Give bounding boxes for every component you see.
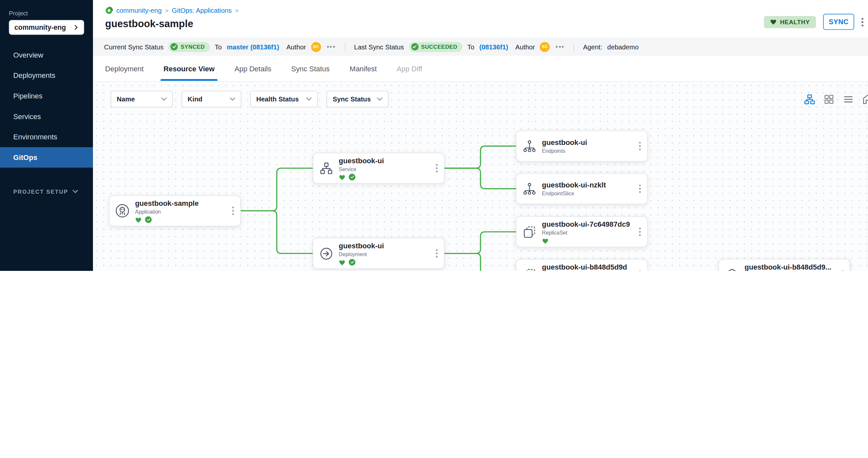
agent-label: Agent: bbox=[583, 43, 602, 51]
sidebar-item-deployments[interactable]: Deployments bbox=[0, 65, 93, 86]
chevron-right-icon bbox=[74, 25, 79, 30]
resource-node-pod[interactable]: guestbook-ui-b848d5d9... Pod bbox=[718, 259, 850, 271]
heart-icon bbox=[770, 19, 777, 25]
project-selector[interactable]: community-eng bbox=[9, 20, 84, 35]
breadcrumb-applications-link[interactable]: GitOps: Applications bbox=[172, 6, 232, 14]
node-kind: Service bbox=[339, 166, 429, 172]
check-circle-icon bbox=[171, 43, 178, 51]
chevron-down-icon bbox=[306, 97, 312, 101]
node-menu-icon[interactable] bbox=[633, 184, 647, 193]
project-label: Project bbox=[9, 10, 93, 17]
node-status-row bbox=[339, 174, 429, 180]
last-revision-link[interactable]: (08136f1) bbox=[479, 43, 508, 51]
node-menu-icon[interactable] bbox=[633, 142, 647, 151]
page-title: guestbook-sample bbox=[105, 18, 868, 30]
breadcrumb-separator: > bbox=[235, 7, 239, 14]
sidebar-item-environments[interactable]: Environments bbox=[0, 127, 93, 147]
resource-tree-edges bbox=[93, 82, 868, 271]
project-selector-value: community-eng bbox=[14, 24, 66, 31]
check-circle-icon bbox=[411, 43, 418, 51]
node-kind: Endpoints bbox=[542, 148, 633, 154]
chevron-down-icon bbox=[161, 97, 166, 101]
pod-kind-icon bbox=[719, 268, 745, 271]
sync-button[interactable]: SYNC bbox=[823, 14, 854, 30]
clipped-view-icon[interactable] bbox=[862, 94, 868, 104]
filter-kind-dropdown[interactable]: Kind bbox=[182, 91, 242, 107]
filter-bar: Name Kind Health Status Sync Status bbox=[111, 91, 868, 107]
grid-view-icon[interactable] bbox=[824, 94, 834, 104]
deployment-kind-icon bbox=[313, 246, 339, 260]
node-title: guestbook-ui-b848d5d9... bbox=[745, 263, 835, 271]
node-menu-icon[interactable] bbox=[226, 206, 240, 215]
list-view-icon[interactable] bbox=[843, 94, 854, 104]
current-sync-label: Current Sync Status bbox=[104, 43, 164, 51]
header-actions: HEALTHY SYNC bbox=[764, 14, 863, 30]
project-setup-toggle[interactable]: PROJECT SETUP bbox=[13, 189, 93, 195]
node-menu-icon[interactable] bbox=[429, 249, 444, 258]
tab-resource-view[interactable]: Resource View bbox=[164, 57, 215, 80]
breadcrumb-project-link[interactable]: community-eng bbox=[116, 6, 162, 14]
healthy-heart-icon bbox=[339, 174, 345, 180]
resource-node-deployment[interactable]: guestbook-ui Deployment bbox=[313, 238, 445, 269]
node-title: guestbook-ui bbox=[542, 138, 633, 146]
node-menu-icon[interactable] bbox=[429, 164, 444, 173]
tab-app-details[interactable]: App Details bbox=[235, 57, 271, 80]
edge-app-service bbox=[241, 168, 313, 211]
node-status-row bbox=[339, 259, 429, 265]
tab-sync-status[interactable]: Sync Status bbox=[291, 57, 330, 80]
synced-check-icon bbox=[145, 216, 152, 223]
gitops-app-icon bbox=[105, 6, 113, 14]
resource-node-endpointslice[interactable]: guestbook-ui-nzklt EndpointSlice bbox=[516, 173, 648, 204]
synced-badge: SYNCED bbox=[168, 42, 210, 52]
service-kind-icon bbox=[313, 161, 339, 175]
commit-more-icon[interactable] bbox=[555, 44, 565, 50]
resource-tree-canvas[interactable]: Name Kind Health Status Sync Status bbox=[93, 82, 868, 271]
sidebar-item-overview[interactable]: Overview bbox=[0, 45, 93, 65]
sidebar-item-gitops[interactable]: GitOps bbox=[0, 147, 93, 168]
healthy-heart-icon bbox=[542, 237, 549, 244]
filter-name-dropdown[interactable]: Name bbox=[111, 91, 173, 107]
filter-sync-status-dropdown[interactable]: Sync Status bbox=[327, 91, 389, 107]
app-menu-icon[interactable] bbox=[862, 17, 864, 26]
node-menu-icon[interactable] bbox=[633, 227, 647, 236]
resource-node-replicaset-1[interactable]: guestbook-ui-7c64987dc9 ReplicaSet bbox=[516, 216, 648, 247]
edge-service-endpointslice bbox=[444, 168, 516, 189]
resource-node-application[interactable]: guestbook-sample Application bbox=[109, 195, 241, 226]
node-menu-icon[interactable] bbox=[835, 270, 850, 271]
node-kind: Application bbox=[135, 208, 226, 215]
breadcrumb: community-eng > GitOps: Applications > bbox=[105, 6, 868, 14]
resource-node-replicaset-2[interactable]: guestbook-ui-b848d5d9d ReplicaSet bbox=[516, 259, 648, 271]
node-kind: ReplicaSet bbox=[542, 229, 633, 235]
tab-manifest[interactable]: Manifest bbox=[349, 57, 377, 80]
to-label: To bbox=[467, 43, 474, 51]
divider bbox=[574, 42, 575, 51]
tab-deployment[interactable]: Deployment bbox=[105, 57, 143, 80]
author-label: Author bbox=[515, 43, 535, 51]
health-status-badge: HEALTHY bbox=[764, 16, 816, 28]
endpoints-kind-icon bbox=[517, 139, 542, 153]
resource-node-endpoints[interactable]: guestbook-ui Endpoints bbox=[516, 131, 648, 162]
commit-more-icon[interactable] bbox=[326, 44, 336, 50]
node-title: guestbook-ui bbox=[339, 241, 429, 250]
filter-health-status-dropdown[interactable]: Health Status bbox=[250, 91, 317, 107]
chevron-down-icon bbox=[72, 190, 78, 194]
tab-app-diff: App Diff bbox=[397, 57, 422, 80]
current-revision-link[interactable]: master (08136f1) bbox=[227, 43, 279, 51]
node-status-row bbox=[135, 217, 226, 223]
sidebar-item-services[interactable]: Services bbox=[0, 106, 93, 127]
sidebar-item-pipelines[interactable]: Pipelines bbox=[0, 86, 93, 106]
node-menu-icon[interactable] bbox=[633, 270, 647, 271]
endpointslice-kind-icon bbox=[517, 182, 542, 196]
tree-view-icon[interactable] bbox=[804, 94, 815, 104]
sync-status-bar: Current Sync Status SYNCED To master (08… bbox=[93, 38, 868, 56]
resource-node-service[interactable]: guestbook-ui Service bbox=[313, 153, 445, 184]
author-avatar: SC bbox=[540, 42, 550, 52]
node-kind: Deployment bbox=[339, 251, 429, 257]
healthy-heart-icon bbox=[339, 259, 345, 265]
edge-app-deployment bbox=[241, 211, 313, 253]
tab-bar: Deployment Resource View App Details Syn… bbox=[93, 56, 868, 82]
replicaset-kind-icon bbox=[517, 268, 542, 271]
view-toggle-group bbox=[804, 94, 868, 104]
sidebar: Project community-eng Overview Deploymen… bbox=[0, 0, 93, 271]
edge-service-endpoints bbox=[444, 146, 516, 168]
